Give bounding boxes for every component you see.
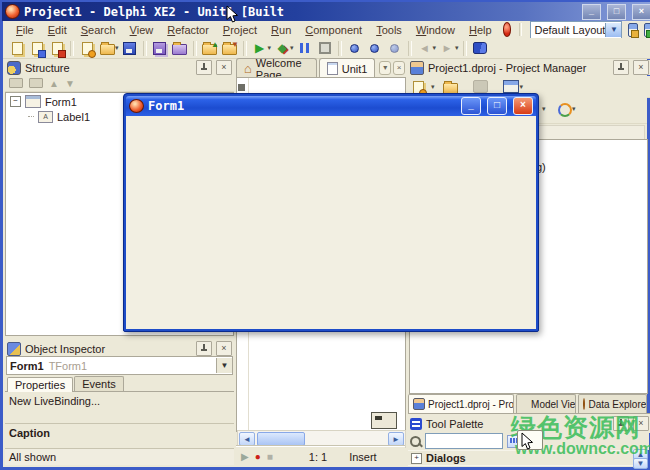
tab-project-manager[interactable]: Project1.dproj - Project... — [408, 394, 514, 413]
close-panel-button[interactable]: × — [216, 60, 232, 75]
dropdown-icon[interactable]: ▾ — [572, 105, 576, 113]
move-up-icon[interactable]: ▲ — [49, 78, 59, 89]
new-unit-button[interactable] — [7, 39, 27, 57]
scroll-right-icon[interactable]: ► — [388, 432, 404, 446]
separator — [519, 23, 522, 36]
form-icon — [129, 99, 144, 113]
caption-property-row[interactable]: Caption — [5, 424, 234, 441]
unit-file-icon — [327, 62, 338, 75]
remove-file-button[interactable] — [47, 39, 67, 57]
step-over-button[interactable] — [365, 39, 385, 57]
navigate-forward-button[interactable]: ► — [437, 39, 457, 57]
tab-events[interactable]: Events — [74, 376, 124, 391]
set-debug-desktop-button[interactable] — [644, 23, 650, 37]
trace-into-button[interactable] — [345, 39, 365, 57]
scrollbar-thumb[interactable] — [257, 432, 305, 446]
tab-welcome-page[interactable]: ⌂ Welcome Page — [236, 58, 317, 78]
menu-component[interactable]: Component — [298, 23, 369, 37]
menu-view[interactable]: View — [123, 23, 161, 37]
object-selector-combo[interactable]: Form1 TForm1 ▼ — [6, 356, 233, 375]
remove-from-project-button[interactable]: ▼ — [220, 39, 240, 57]
pin-button[interactable] — [613, 60, 629, 75]
menu-project[interactable]: Project — [216, 23, 264, 37]
separator — [408, 41, 412, 56]
collapse-folder-icon[interactable] — [9, 78, 23, 88]
scroll-left-icon[interactable]: ◄ — [239, 432, 255, 446]
pause-button[interactable] — [295, 39, 315, 57]
program-reset-button[interactable] — [315, 39, 335, 57]
structure-header[interactable]: Structure × — [5, 60, 234, 75]
menu-search[interactable]: Search — [74, 23, 123, 37]
form-close-button[interactable]: × — [513, 97, 533, 115]
window-titlebar[interactable]: Project1 - Delphi XE2 - Unit1 [Built _ □… — [2, 2, 650, 21]
help-button[interactable] — [470, 39, 490, 57]
object-inspector-header[interactable]: Object Inspector × — [5, 341, 234, 356]
expand-plus-icon[interactable]: + — [411, 453, 422, 464]
activate-target-icon[interactable] — [503, 80, 519, 93]
open-project-icon[interactable] — [443, 83, 458, 94]
run-without-debugging-button[interactable]: ◆ — [272, 39, 292, 57]
pin-button[interactable] — [196, 341, 212, 356]
macro-play-icon[interactable]: ▶ — [241, 451, 249, 462]
menu-run[interactable]: Run — [264, 23, 298, 37]
project-manager-header[interactable]: Project1.dproj - Project Manager × — [408, 60, 650, 75]
close-tab-button[interactable]: × — [393, 61, 405, 75]
run-until-return-icon — [390, 44, 399, 53]
macro-record-icon[interactable]: ● — [255, 451, 261, 462]
macro-stop-icon[interactable]: ■ — [267, 451, 273, 462]
tab-list-chevron-button[interactable]: ▾ — [379, 61, 391, 75]
run-until-return-button[interactable] — [385, 39, 405, 57]
save-all-button[interactable] — [150, 39, 170, 57]
close-button[interactable]: × — [632, 4, 650, 20]
tree-node-label: Form1 — [45, 96, 77, 108]
menu-edit[interactable]: Edit — [41, 23, 74, 37]
use-unit-button[interactable] — [27, 39, 47, 57]
collapse-node-icon[interactable]: − — [10, 96, 21, 107]
sync-icon[interactable] — [558, 103, 572, 117]
form-titlebar[interactable]: Form1 _ □ × — [126, 96, 536, 116]
new-items-button[interactable] — [77, 39, 97, 57]
minimize-button[interactable]: _ — [582, 4, 601, 20]
open-project-button[interactable] — [170, 39, 190, 57]
target-dropdown-icon[interactable]: ▾ — [520, 83, 524, 91]
category-standard[interactable]: + Standard — [408, 465, 634, 467]
maximize-button[interactable]: □ — [607, 4, 626, 20]
menu-file[interactable]: File — [9, 23, 41, 37]
structure-toolbar: ▲ ▼ — [5, 75, 234, 92]
pin-button[interactable] — [196, 60, 212, 75]
combo-dropdown-icon[interactable]: ▼ — [216, 358, 232, 373]
close-panel-button[interactable]: × — [216, 341, 232, 356]
menu-help[interactable]: Help — [462, 23, 499, 37]
form-designer-window[interactable]: Form1 _ □ × — [123, 93, 539, 332]
palette-search-input[interactable] — [425, 433, 503, 449]
new-livebinding-item[interactable]: New LiveBinding... — [5, 392, 234, 409]
designer-handle[interactable] — [238, 84, 245, 91]
menu-window[interactable]: Window — [409, 23, 462, 37]
navigate-back-button[interactable]: ◄ — [415, 39, 435, 57]
object-inspector-panel: Object Inspector × Form1 TForm1 ▼ Proper… — [5, 341, 234, 465]
form-maximize-button[interactable]: □ — [487, 97, 507, 115]
menu-tools[interactable]: Tools — [369, 23, 409, 37]
run-button[interactable]: ▶ — [250, 39, 270, 57]
form-design-surface[interactable] — [126, 116, 536, 329]
new-project-dropdown-icon[interactable]: ▾ — [431, 83, 435, 91]
layout-combo[interactable]: Default Layout ▼ — [530, 21, 622, 39]
palette-scroll-down-icon[interactable]: ▼ — [633, 458, 648, 469]
dropdown-icon[interactable]: ▾ — [542, 105, 546, 113]
menu-refactor[interactable]: Refactor — [160, 23, 216, 37]
separator — [243, 41, 247, 56]
expand-folder-icon[interactable] — [29, 78, 43, 88]
editor-tabstrip: ⌂ Welcome Page Unit1 ▾ × — [236, 58, 405, 78]
save-desktop-button[interactable] — [628, 23, 637, 37]
form-minimize-button[interactable]: _ — [461, 97, 481, 115]
save-button[interactable] — [120, 39, 140, 57]
move-down-icon[interactable]: ▼ — [65, 78, 75, 89]
build-disabled-icon — [473, 80, 488, 93]
desktop-speedsetting-icon[interactable] — [503, 22, 512, 37]
tab-unit1[interactable]: Unit1 — [319, 58, 376, 78]
tab-properties[interactable]: Properties — [7, 377, 73, 392]
close-panel-button[interactable]: × — [633, 60, 649, 75]
combo-dropdown-icon[interactable]: ▼ — [605, 23, 621, 37]
add-to-project-button[interactable]: ▲ — [200, 39, 220, 57]
open-file-button[interactable] — [97, 39, 117, 57]
